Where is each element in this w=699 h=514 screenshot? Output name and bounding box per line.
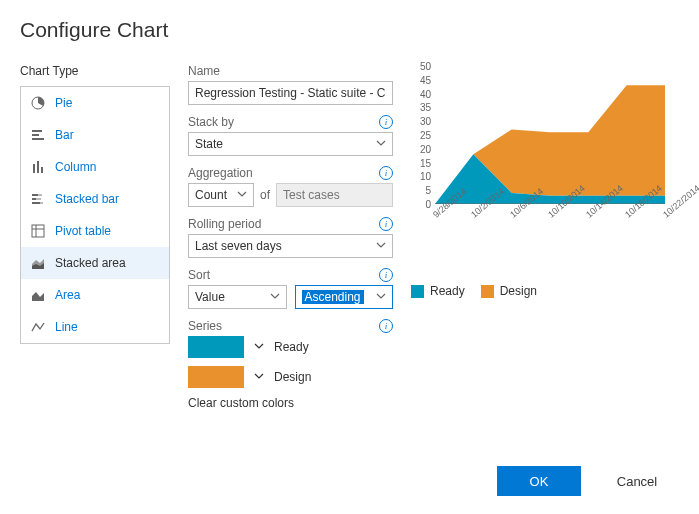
- aggregation-of-label: of: [260, 188, 270, 202]
- chevron-down-icon: [270, 290, 280, 304]
- column-icon: [31, 160, 45, 174]
- aggregation-label: Aggregation: [188, 166, 253, 180]
- svg-rect-5: [37, 161, 39, 173]
- chart-type-label: Line: [55, 320, 78, 334]
- chart-type-area[interactable]: Area: [21, 279, 169, 311]
- svg-rect-10: [36, 198, 41, 200]
- svg-rect-11: [32, 202, 40, 204]
- legend-swatch: [481, 285, 494, 298]
- area-icon: [31, 288, 45, 302]
- chevron-down-icon: [376, 239, 386, 253]
- chart-type-stacked-area[interactable]: Stacked area: [21, 247, 169, 279]
- stackby-select[interactable]: State: [188, 132, 393, 156]
- rolling-select[interactable]: Last seven days: [188, 234, 393, 258]
- chart-type-bar[interactable]: Bar: [21, 119, 169, 151]
- chart-type-label: Stacked area: [55, 256, 126, 270]
- clear-custom-colors-link[interactable]: Clear custom colors: [188, 396, 393, 410]
- series-name: Ready: [274, 340, 309, 354]
- svg-rect-13: [32, 225, 44, 237]
- name-input[interactable]: [188, 81, 393, 105]
- sort-by-value: Value: [195, 290, 225, 304]
- chart-type-pivot-table[interactable]: Pivot table: [21, 215, 169, 247]
- chart-type-line[interactable]: Line: [21, 311, 169, 343]
- series-row: Design: [188, 366, 393, 388]
- legend-label: Design: [500, 284, 537, 298]
- chart-type-label: Bar: [55, 128, 74, 142]
- chevron-down-icon[interactable]: [254, 370, 264, 384]
- rolling-label: Rolling period: [188, 217, 261, 231]
- svg-rect-1: [32, 130, 42, 132]
- sort-direction-value: Ascending: [302, 290, 364, 304]
- info-icon[interactable]: i: [379, 166, 393, 180]
- svg-rect-2: [32, 134, 39, 136]
- chart-type-label: Stacked bar: [55, 192, 119, 206]
- config-form: Name Stack by i State Aggregation i: [188, 64, 393, 420]
- aggregation-field: Test cases: [276, 183, 393, 207]
- stackby-label: Stack by: [188, 115, 234, 129]
- sort-label: Sort: [188, 268, 210, 282]
- pivot-table-icon: [31, 224, 45, 238]
- chart-plot: [435, 66, 665, 204]
- info-icon[interactable]: i: [379, 268, 393, 282]
- series-color-swatch[interactable]: [188, 336, 244, 358]
- svg-rect-8: [38, 194, 42, 196]
- legend-item: Ready: [411, 284, 465, 298]
- chart-type-stacked-bar[interactable]: Stacked bar: [21, 183, 169, 215]
- rolling-value: Last seven days: [195, 239, 282, 253]
- stacked-bar-icon: [31, 192, 45, 206]
- line-icon: [31, 320, 45, 334]
- sort-direction-select[interactable]: Ascending: [295, 285, 394, 309]
- chart-type-heading: Chart Type: [20, 64, 170, 78]
- dialog-title: Configure Chart: [20, 18, 679, 42]
- legend-item: Design: [481, 284, 537, 298]
- series-color-swatch[interactable]: [188, 366, 244, 388]
- chevron-down-icon: [376, 137, 386, 151]
- legend-label: Ready: [430, 284, 465, 298]
- chart-preview: 05101520253035404550 9/28/201410/2/20141…: [411, 64, 679, 420]
- svg-rect-7: [32, 194, 38, 196]
- chart-type-sidebar: Chart Type Pie Bar Column Stacked bar: [20, 64, 170, 420]
- aggregation-select[interactable]: Count: [188, 183, 254, 207]
- ok-button[interactable]: OK: [497, 466, 581, 496]
- svg-rect-12: [40, 202, 43, 204]
- svg-rect-6: [41, 167, 43, 173]
- y-axis-labels: 05101520253035404550: [411, 64, 433, 204]
- chart-type-label: Column: [55, 160, 96, 174]
- chart-type-pie[interactable]: Pie: [21, 87, 169, 119]
- chevron-down-icon[interactable]: [254, 340, 264, 354]
- chart-type-list: Pie Bar Column Stacked bar Pivot table: [20, 86, 170, 344]
- chart-type-label: Pivot table: [55, 224, 111, 238]
- cancel-button[interactable]: Cancel: [595, 466, 679, 496]
- chart-type-column[interactable]: Column: [21, 151, 169, 183]
- chart-legend: Ready Design: [411, 284, 679, 298]
- pie-icon: [31, 96, 45, 110]
- chevron-down-icon: [376, 290, 386, 304]
- aggregation-value: Count: [195, 188, 227, 202]
- svg-rect-4: [33, 164, 35, 173]
- name-label: Name: [188, 64, 220, 78]
- series-label: Series: [188, 319, 222, 333]
- legend-swatch: [411, 285, 424, 298]
- chart-type-label: Area: [55, 288, 80, 302]
- stacked-area-icon: [31, 256, 45, 270]
- chart-type-label: Pie: [55, 96, 72, 110]
- series-name: Design: [274, 370, 311, 384]
- info-icon[interactable]: i: [379, 319, 393, 333]
- info-icon[interactable]: i: [379, 115, 393, 129]
- svg-rect-3: [32, 138, 44, 140]
- info-icon[interactable]: i: [379, 217, 393, 231]
- svg-rect-9: [32, 198, 36, 200]
- stackby-value: State: [195, 137, 223, 151]
- sort-by-select[interactable]: Value: [188, 285, 287, 309]
- bar-icon: [31, 128, 45, 142]
- chevron-down-icon: [237, 188, 247, 202]
- series-row: Ready: [188, 336, 393, 358]
